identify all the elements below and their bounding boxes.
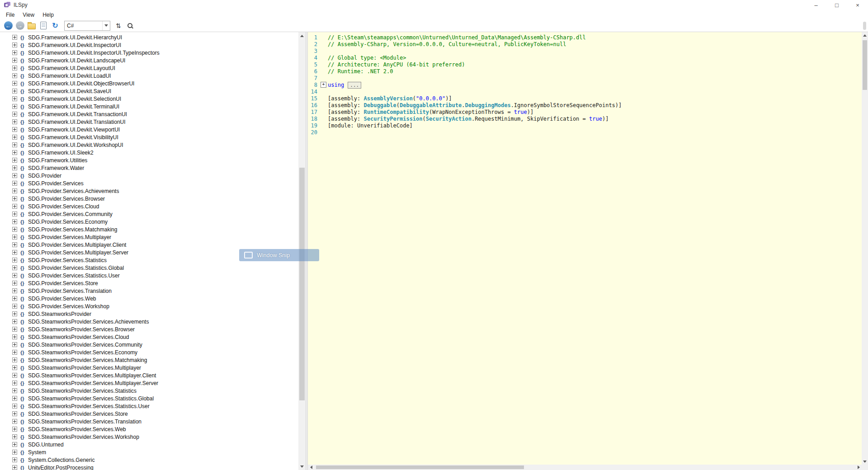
open-file-button[interactable] [26, 20, 37, 31]
scroll-up-arrow[interactable] [862, 32, 868, 38]
tree-namespace-row[interactable]: {}SDG.Framework.UI.Devkit.VisibilityUI [0, 133, 298, 141]
tree-namespace-row[interactable]: {}SDG.Provider.Services [0, 179, 298, 187]
expand-plus-icon[interactable] [12, 434, 17, 439]
tree-namespace-row[interactable]: {}SDG.Framework.Utilities [0, 156, 298, 164]
tree-namespace-row[interactable]: {}SDG.Provider.Services.Multiplayer.Clie… [0, 241, 298, 249]
tree-namespace-row[interactable]: {}SDG.Provider.Services.Statistics.User [0, 272, 298, 279]
close-button[interactable]: × [847, 0, 868, 10]
tree-namespace-row[interactable]: {}SDG.Provider.Services.Economy [0, 218, 298, 226]
tree-namespace-row[interactable]: {}SDG.SteamworksProvider.Services.Commun… [0, 341, 298, 348]
tree-namespace-row[interactable]: {}SDG.Framework.UI.Devkit.TranslationUI [0, 118, 298, 126]
tree-namespace-row[interactable]: {}SDG.Framework.UI.Devkit.SaveUI [0, 87, 298, 95]
expand-plus-icon[interactable] [12, 81, 17, 86]
menu-item-file[interactable]: File [2, 11, 19, 19]
editor-vertical-scrollbar[interactable] [862, 32, 868, 465]
tree-namespace-row[interactable]: {}SDG.Provider.Services.Community [0, 210, 298, 218]
expand-plus-icon[interactable] [12, 150, 17, 155]
expand-plus-icon[interactable] [12, 242, 17, 247]
tree-namespace-row[interactable]: {}SDG.SteamworksProvider.Services.Econom… [0, 348, 298, 356]
expand-plus-icon[interactable] [12, 235, 17, 240]
expand-plus-icon[interactable] [12, 104, 17, 109]
expand-plus-icon[interactable] [12, 250, 17, 255]
tree-namespace-row[interactable]: {}SDG.Framework.UI.Devkit.TransactionUI [0, 110, 298, 118]
tree-namespace-row[interactable]: {}SDG.SteamworksProvider [0, 310, 298, 318]
editor-vscrollbar-thumb[interactable] [863, 40, 867, 90]
expand-plus-icon[interactable] [12, 365, 17, 370]
tree-namespace-row[interactable]: {}SDG.Framework.UI.Devkit.ViewportUI [0, 126, 298, 133]
forward-button[interactable]: → [14, 20, 25, 31]
tree-namespace-row[interactable]: {}SDG.Provider.Services.Translation [0, 287, 298, 295]
expand-plus-icon[interactable] [12, 304, 17, 309]
expand-plus-icon[interactable] [12, 296, 17, 301]
tree-namespace-row[interactable]: {}SDG.Framework.UI.Devkit.LayoutUI [0, 64, 298, 72]
tree-namespace-row[interactable]: {}SDG.Framework.UI.Devkit.SelectionUI [0, 95, 298, 103]
tree-namespace-row[interactable]: {}SDG.Provider.Services.Statistics.Globa… [0, 264, 298, 272]
expand-plus-icon[interactable] [12, 311, 17, 316]
scroll-left-arrow[interactable] [308, 465, 314, 470]
tree-namespace-row[interactable]: {}SDG.Framework.UI.Devkit.WorkshopUI [0, 141, 298, 149]
window-snip-toast[interactable]: Window Snip [239, 249, 319, 261]
expand-plus-icon[interactable] [12, 427, 17, 432]
expand-plus-icon[interactable] [12, 457, 17, 462]
tree-namespace-row[interactable]: {}SDG.Provider.Services.Workshop [0, 302, 298, 310]
expand-plus-icon[interactable] [12, 173, 17, 178]
expand-plus-icon[interactable] [12, 188, 17, 193]
tree-namespace-row[interactable]: {}SDG.Provider.Services.Browser [0, 195, 298, 202]
tree-namespace-row[interactable]: {}SDG.Framework.UI.Devkit.InspectorUI [0, 41, 298, 49]
expand-plus-icon[interactable] [12, 273, 17, 278]
expand-plus-icon[interactable] [12, 334, 17, 339]
expand-plus-icon[interactable] [12, 258, 17, 263]
expand-plus-icon[interactable] [12, 373, 17, 378]
tree-namespace-row[interactable]: {}SDG.Framework.UI.Devkit.ObjectBrowserU… [0, 80, 298, 87]
scroll-right-arrow[interactable] [855, 465, 862, 470]
expand-plus-icon[interactable] [12, 388, 17, 393]
expand-plus-icon[interactable] [12, 342, 17, 347]
expand-plus-icon[interactable] [12, 204, 17, 209]
expand-plus-icon[interactable] [12, 327, 17, 332]
tree-namespace-row[interactable]: {}SDG.SteamworksProvider.Services.Achiev… [0, 318, 298, 325]
expand-plus-icon[interactable] [12, 127, 17, 132]
expand-plus-icon[interactable] [12, 142, 17, 147]
expand-plus-icon[interactable] [12, 196, 17, 201]
expand-plus-icon[interactable] [12, 442, 17, 447]
tree-namespace-row[interactable]: {}SDG.SteamworksProvider.Services.Multip… [0, 364, 298, 371]
tree-namespace-row[interactable]: {}SDG.Framework.UI.Devkit.LoadUI [0, 72, 298, 80]
tree-namespace-row[interactable]: {}SDG.SteamworksProvider.Services.Store [0, 410, 298, 418]
back-button[interactable]: ← [3, 20, 14, 31]
expand-plus-icon[interactable] [12, 281, 17, 286]
editor-horizontal-scrollbar[interactable] [308, 465, 862, 470]
expand-plus-icon[interactable] [12, 419, 17, 424]
tree-namespace-row[interactable]: {}SDG.SteamworksProvider.Services.Matchm… [0, 356, 298, 364]
tree-namespace-row[interactable]: {}System.Collections.Generic [0, 456, 298, 464]
expand-plus-icon[interactable] [12, 288, 17, 293]
expand-plus-icon[interactable] [12, 158, 17, 163]
tree-namespace-row[interactable]: {}SDG.SteamworksProvider.Services.Cloud [0, 333, 298, 341]
expand-plus-icon[interactable] [12, 396, 17, 401]
expand-plus-icon[interactable] [12, 96, 17, 101]
expand-plus-icon[interactable] [12, 35, 17, 40]
tree-namespace-row[interactable]: {}SDG.SteamworksProvider.Services.Web [0, 425, 298, 433]
tree-namespace-row[interactable]: {}SDG.Framework.Water [0, 164, 298, 172]
tree-namespace-row[interactable]: {}SDG.Framework.UI.Devkit.InspectorUI.Ty… [0, 49, 298, 56]
expand-plus-icon[interactable] [12, 465, 17, 470]
tree-namespace-row[interactable]: {}SDG.SteamworksProvider.Services.Multip… [0, 379, 298, 387]
maximize-button[interactable]: □ [826, 0, 847, 10]
expand-plus-icon[interactable] [12, 381, 17, 385]
scroll-down-arrow[interactable] [298, 463, 306, 470]
minimize-button[interactable]: – [806, 0, 826, 10]
expand-plus-icon[interactable] [12, 73, 17, 78]
tree-namespace-row[interactable]: {}SDG.Provider.Services.Multiplayer [0, 233, 298, 241]
tree-namespace-row[interactable]: {}SDG.SteamworksProvider.Services.Browse… [0, 325, 298, 333]
tree-namespace-row[interactable]: {}SDG.SteamworksProvider.Services.Transl… [0, 418, 298, 425]
expand-plus-icon[interactable] [12, 165, 17, 170]
menu-item-view[interactable]: View [19, 11, 38, 19]
expand-plus-icon[interactable] [12, 219, 17, 224]
expand-plus-icon[interactable] [12, 112, 17, 117]
expand-plus-icon[interactable] [12, 404, 17, 409]
expand-plus-icon[interactable] [12, 227, 17, 232]
expand-plus-icon[interactable] [12, 350, 17, 355]
expand-plus-icon[interactable] [12, 50, 17, 55]
expand-plus-icon[interactable] [12, 265, 17, 270]
sort-assemblies-button[interactable]: ⇅ [113, 20, 124, 31]
expand-plus-icon[interactable] [12, 42, 17, 47]
